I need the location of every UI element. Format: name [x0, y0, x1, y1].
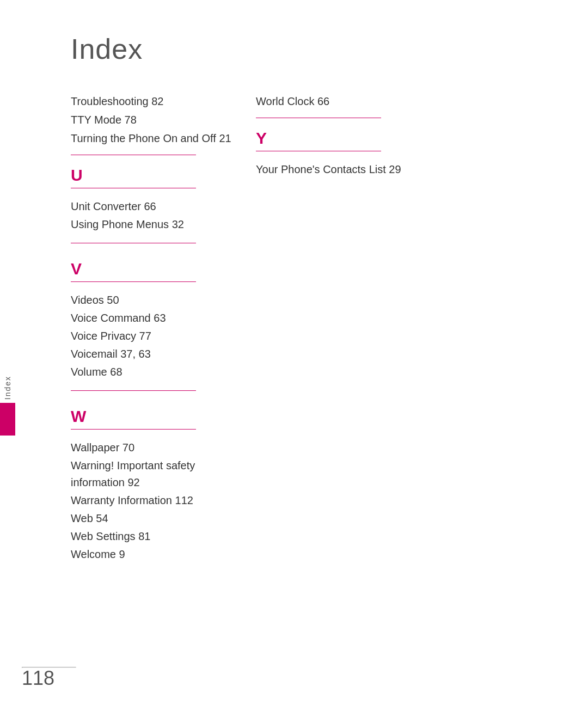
v-section: V Videos 50 Voice Command 63 Voice Priva…: [71, 260, 245, 391]
u-letter: U: [71, 166, 245, 185]
world-clock-divider: [256, 118, 381, 118]
w-section: W Wallpaper 70 Warning! Important safety…: [71, 407, 245, 563]
entry-web-settings: Web Settings 81: [71, 528, 245, 545]
entry-warning: Warning! Important safety information 92: [71, 457, 245, 491]
page-number: 118: [22, 667, 54, 690]
y-letter: Y: [256, 129, 419, 148]
u-section: U Unit Converter 66 Using Phone Menus 32: [71, 166, 245, 243]
entry-voicemail: Voicemail 37, 63: [71, 346, 245, 363]
entry-turning-phone: Turning the Phone On and Off 21: [71, 130, 245, 147]
top-divider: [71, 155, 196, 155]
page-container: Index Troubleshooting 82 TTY Mode 78 Tur…: [0, 0, 588, 705]
entry-videos: Videos 50: [71, 292, 245, 309]
w-right-entries: World Clock 66: [256, 93, 419, 118]
t-section-entries: Troubleshooting 82 TTY Mode 78 Turning t…: [71, 93, 245, 155]
entry-unit-converter: Unit Converter 66: [71, 198, 245, 215]
w-divider: [71, 429, 196, 430]
v-letter: V: [71, 260, 245, 278]
content-area: Troubleshooting 82 TTY Mode 78 Turning t…: [71, 93, 588, 579]
w-letter: W: [71, 407, 245, 426]
entry-welcome: Welcome 9: [71, 546, 245, 563]
entry-voice-privacy: Voice Privacy 77: [71, 328, 245, 345]
entry-your-phones-contacts: Your Phone's Contacts List 29: [256, 161, 419, 178]
side-tab-bar: [0, 403, 15, 436]
u-divider: [71, 188, 196, 188]
y-section: Y Your Phone's Contacts List 29: [256, 129, 419, 178]
entry-tty-mode: TTY Mode 78: [71, 111, 245, 128]
entry-web: Web 54: [71, 510, 245, 527]
entry-volume: Volume 68: [71, 364, 245, 381]
u-bottom-divider: [71, 243, 196, 243]
entry-troubleshooting: Troubleshooting 82: [71, 93, 245, 110]
entry-using-phone-menus: Using Phone Menus 32: [71, 216, 245, 233]
entry-wallpaper: Wallpaper 70: [71, 439, 245, 456]
left-column: Troubleshooting 82 TTY Mode 78 Turning t…: [71, 93, 245, 579]
entry-warranty: Warranty Information 112: [71, 492, 245, 509]
right-column: World Clock 66 Y Your Phone's Contacts L…: [256, 93, 419, 579]
y-divider: [256, 151, 381, 151]
page-title: Index: [71, 33, 588, 65]
entry-world-clock: World Clock 66: [256, 93, 419, 110]
side-tab: Index: [0, 376, 15, 436]
v-bottom-divider: [71, 390, 196, 391]
entry-voice-command: Voice Command 63: [71, 310, 245, 327]
v-divider: [71, 281, 196, 282]
page-number-area: 118: [0, 667, 588, 690]
side-tab-label: Index: [3, 376, 12, 400]
